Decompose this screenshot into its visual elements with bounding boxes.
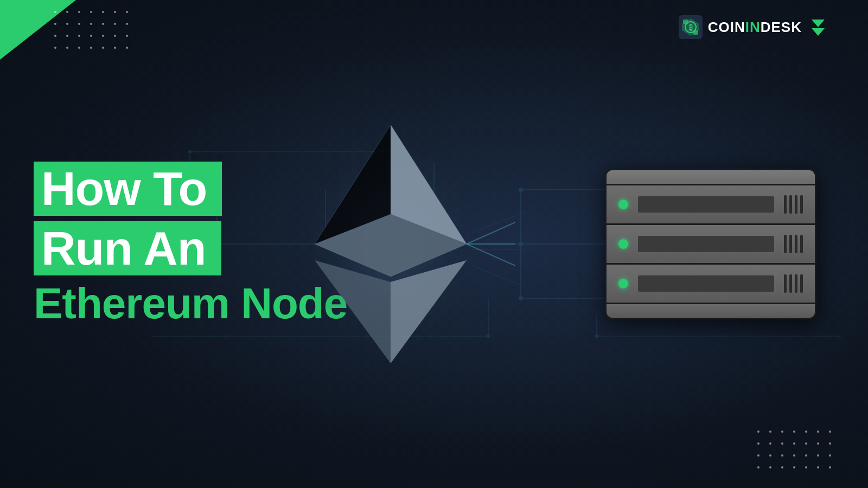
- server-led-2: [618, 239, 628, 249]
- dot: [781, 454, 783, 457]
- vent: [789, 195, 792, 214]
- dot: [114, 35, 116, 37]
- server-row-1: [607, 185, 815, 225]
- vent: [795, 235, 797, 253]
- dot: [781, 431, 783, 433]
- dot: [66, 23, 68, 25]
- dot: [126, 11, 128, 13]
- server-vents-3: [784, 274, 803, 293]
- dot: [90, 11, 92, 13]
- logo-in: IN: [745, 19, 761, 35]
- dot: [829, 454, 831, 457]
- vent: [800, 274, 803, 293]
- chevrons-icon: [812, 20, 825, 36]
- dot: [102, 35, 104, 37]
- dot: [757, 431, 760, 433]
- svg-rect-31: [693, 30, 698, 35]
- run-an-box: Run An: [34, 221, 221, 275]
- dot: [66, 35, 68, 37]
- server-vents-2: [784, 235, 803, 253]
- how-to-label: How To: [41, 162, 207, 215]
- dot: [757, 442, 760, 445]
- dot: [829, 466, 831, 468]
- dot: [805, 466, 807, 468]
- dot: [126, 35, 128, 37]
- dot: [817, 431, 819, 433]
- dot: [829, 442, 831, 445]
- dot: [769, 442, 771, 445]
- dot-grid-tl: [54, 11, 132, 53]
- server-row-2: [607, 225, 815, 265]
- vent: [800, 195, 803, 214]
- run-an-label: Run An: [41, 221, 206, 275]
- dot: [126, 23, 128, 25]
- dot: [829, 431, 831, 433]
- coinindesk-logo-icon: ₿: [679, 15, 703, 39]
- dot: [805, 431, 807, 433]
- server-bottom-cap: [607, 303, 815, 318]
- logo-coin: COIN: [708, 19, 745, 35]
- vent: [795, 274, 797, 293]
- server-bar-2: [638, 236, 774, 252]
- server-vents-1: [784, 195, 803, 214]
- logo-text: COININDESK: [708, 19, 802, 36]
- svg-point-19: [595, 335, 598, 338]
- dot: [66, 47, 68, 49]
- dot: [78, 35, 80, 37]
- dot: [805, 454, 807, 457]
- dot: [805, 442, 807, 445]
- dot: [793, 442, 795, 445]
- svg-text:₿: ₿: [688, 23, 692, 31]
- how-to-box: How To: [34, 162, 222, 216]
- vent: [795, 195, 797, 214]
- server-led-1: [618, 200, 628, 209]
- server-stack: [605, 169, 816, 319]
- dot: [817, 454, 819, 457]
- dot: [54, 23, 56, 25]
- dot: [114, 23, 116, 25]
- dot: [102, 23, 104, 25]
- vent: [784, 235, 787, 253]
- vent: [800, 235, 803, 253]
- dot: [54, 47, 56, 49]
- dot: [102, 11, 104, 13]
- dot: [817, 442, 819, 445]
- dot: [114, 11, 116, 13]
- dot: [78, 23, 80, 25]
- dot: [78, 11, 80, 13]
- chevron-down-2: [812, 28, 825, 36]
- dot: [90, 35, 92, 37]
- dot: [54, 35, 56, 37]
- dot: [793, 466, 795, 468]
- svg-point-22: [188, 150, 192, 153]
- svg-point-11: [519, 242, 523, 246]
- vent: [789, 274, 792, 293]
- dot: [102, 47, 104, 49]
- dot: [757, 466, 760, 468]
- logo-desk: DESK: [761, 19, 802, 35]
- vent: [784, 274, 787, 293]
- svg-rect-30: [683, 20, 688, 24]
- dot: [114, 47, 116, 49]
- chevron-down-1: [812, 20, 825, 27]
- dot: [781, 442, 783, 445]
- dot: [90, 23, 92, 25]
- server-led-3: [618, 279, 628, 288]
- ethereum-diamond: [266, 103, 515, 385]
- logo-area[interactable]: ₿ COININDESK: [679, 15, 825, 39]
- dot: [781, 466, 783, 468]
- vent: [789, 235, 792, 253]
- dot: [90, 47, 92, 49]
- dot: [54, 11, 56, 13]
- dot: [817, 466, 819, 468]
- server-row-3: [607, 265, 815, 303]
- dot-grid-br: [757, 431, 835, 473]
- svg-point-13: [519, 296, 523, 300]
- svg-point-12: [519, 188, 523, 192]
- dot: [769, 431, 771, 433]
- server-bar-3: [638, 275, 774, 292]
- vent: [784, 195, 787, 214]
- dot: [793, 431, 795, 433]
- dot: [793, 454, 795, 457]
- dot: [757, 454, 760, 457]
